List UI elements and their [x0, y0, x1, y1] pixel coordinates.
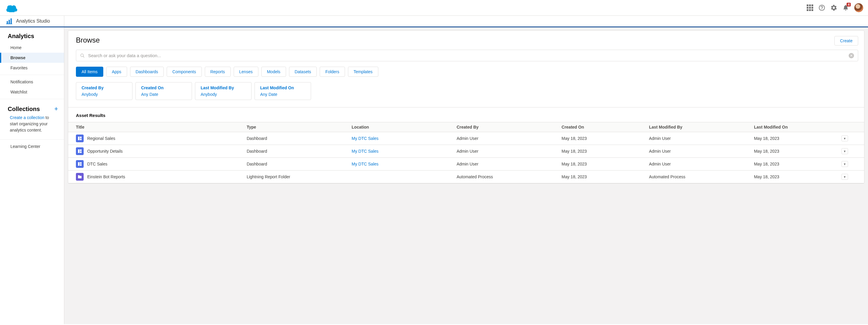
created-on: May 18, 2023	[558, 170, 646, 183]
svg-rect-2	[7, 21, 8, 24]
column-header[interactable]: Last Modified By	[645, 122, 750, 132]
clear-search-icon[interactable]: ✕	[849, 53, 854, 58]
svg-rect-3	[9, 20, 10, 24]
notification-badge: 4	[846, 3, 851, 6]
sidebar-item-learning[interactable]: Learning Center	[0, 141, 64, 152]
modified-by: Admin User	[645, 132, 750, 145]
filter-created-by[interactable]: Created ByAnybody	[76, 82, 132, 100]
notifications-bell-icon[interactable]: 4	[842, 4, 849, 11]
filter-label: Created By	[82, 86, 126, 90]
column-header[interactable]: Location	[348, 122, 453, 132]
svg-line-7	[83, 56, 84, 58]
modified-by: Automated Process	[645, 170, 750, 183]
row-actions-menu[interactable]: ▼	[841, 174, 848, 180]
filter-value: Anybody	[82, 92, 126, 97]
column-header[interactable]: Type	[243, 122, 348, 132]
column-header[interactable]: Created By	[453, 122, 558, 132]
row-actions-menu[interactable]: ▼	[841, 161, 848, 167]
asset-title[interactable]: Regional Sales	[87, 136, 115, 141]
sidebar-item-favorites[interactable]: Favorites	[0, 63, 64, 73]
svg-rect-15	[80, 162, 82, 164]
sidebar-item-browse[interactable]: Browse	[0, 53, 64, 63]
created-on: May 18, 2023	[558, 145, 646, 158]
app-launcher-icon[interactable]	[807, 4, 813, 11]
asset-location-link[interactable]: My DTC Sales	[351, 136, 378, 141]
folder-icon	[76, 173, 84, 181]
filter-chip-templates[interactable]: Templates	[348, 67, 378, 77]
create-collection-link[interactable]: Create a collection	[10, 115, 44, 120]
sidebar-item-home[interactable]: Home	[0, 42, 64, 53]
table-row: Opportunity DetailsDashboardMy DTC Sales…	[68, 145, 864, 158]
asset-type: Dashboard	[243, 158, 348, 170]
sidebar-title: Analytics	[0, 27, 64, 42]
column-header[interactable]: Last Modified On	[750, 122, 838, 132]
svg-rect-11	[78, 150, 80, 153]
filter-chip-all-items[interactable]: All Items	[76, 67, 103, 77]
filter-last-modified-on[interactable]: Last Modified OnAny Date	[254, 82, 311, 100]
page-title: Browse	[76, 36, 100, 44]
salesforce-logo[interactable]	[5, 3, 18, 12]
asset-location-link[interactable]: My DTC Sales	[351, 162, 378, 166]
filter-chip-lenses[interactable]: Lenses	[234, 67, 258, 77]
modified-on: May 18, 2023	[750, 145, 838, 158]
svg-rect-16	[80, 164, 82, 166]
svg-rect-13	[80, 152, 82, 153]
results-title: Asset Results	[68, 107, 864, 122]
filter-created-on[interactable]: Created OnAny Date	[135, 82, 192, 100]
setup-gear-icon[interactable]	[831, 4, 837, 11]
results-table: TitleTypeLocationCreated ByCreated OnLas…	[68, 122, 864, 183]
filter-chip-models[interactable]: Models	[261, 67, 286, 77]
svg-rect-14	[78, 162, 80, 166]
user-avatar[interactable]	[854, 3, 863, 12]
dashboard-icon	[76, 147, 84, 155]
svg-rect-12	[80, 150, 82, 151]
svg-rect-9	[80, 137, 82, 138]
created-by: Automated Process	[453, 170, 558, 183]
app-name: Analytics Studio	[16, 19, 50, 24]
asset-type: Dashboard	[243, 145, 348, 158]
asset-title[interactable]: Opportunity Details	[87, 149, 123, 154]
filter-chip-components[interactable]: Components	[167, 67, 202, 77]
modified-on: May 18, 2023	[750, 132, 838, 145]
help-icon[interactable]	[818, 4, 825, 11]
column-header[interactable]: Created On	[558, 122, 646, 132]
table-row: Einstein Bot ReportsLightning Report Fol…	[68, 170, 864, 183]
svg-rect-4	[11, 19, 12, 24]
filter-chip-dashboards[interactable]: Dashboards	[130, 67, 164, 77]
column-header[interactable]	[838, 122, 864, 132]
search-icon	[80, 53, 85, 58]
modified-on: May 18, 2023	[750, 158, 838, 170]
app-context-bar: Analytics Studio	[0, 15, 868, 27]
sidebar-item-watchlist[interactable]: Watchlist	[0, 87, 64, 97]
asset-title[interactable]: Einstein Bot Reports	[87, 174, 125, 179]
table-row: DTC SalesDashboardMy DTC SalesAdmin User…	[68, 158, 864, 170]
modified-by: Admin User	[645, 145, 750, 158]
analytics-icon	[6, 18, 12, 24]
sidebar-item-notifications[interactable]: Notifications	[0, 77, 64, 87]
asset-title[interactable]: DTC Sales	[87, 162, 107, 166]
created-by: Admin User	[453, 158, 558, 170]
modified-on: May 18, 2023	[750, 170, 838, 183]
filter-chip-apps[interactable]: Apps	[106, 67, 127, 77]
filter-value: Anybody	[200, 92, 245, 97]
filter-chip-datasets[interactable]: Datasets	[289, 67, 317, 77]
asset-type: Lightning Report Folder	[243, 170, 348, 183]
filter-value: Any Date	[260, 92, 304, 97]
created-by: Admin User	[453, 145, 558, 158]
created-on: May 18, 2023	[558, 132, 646, 145]
collections-description: Create a collection to start organizing …	[0, 115, 64, 137]
add-collection-icon[interactable]: +	[54, 105, 58, 113]
svg-point-1	[822, 9, 822, 9]
filter-label: Created On	[141, 86, 185, 90]
filter-last-modified-by[interactable]: Last Modified ByAnybody	[195, 82, 251, 100]
search-input[interactable]	[76, 50, 858, 61]
row-actions-menu[interactable]: ▼	[841, 148, 848, 154]
column-header[interactable]: Title	[68, 122, 243, 132]
asset-location-link[interactable]: My DTC Sales	[351, 149, 378, 154]
filter-chip-folders[interactable]: Folders	[320, 67, 345, 77]
row-actions-menu[interactable]: ▼	[841, 135, 848, 141]
create-button[interactable]: Create	[834, 36, 858, 45]
filter-chip-reports[interactable]: Reports	[205, 67, 231, 77]
svg-rect-8	[78, 137, 80, 140]
table-row: Regional SalesDashboardMy DTC SalesAdmin…	[68, 132, 864, 145]
